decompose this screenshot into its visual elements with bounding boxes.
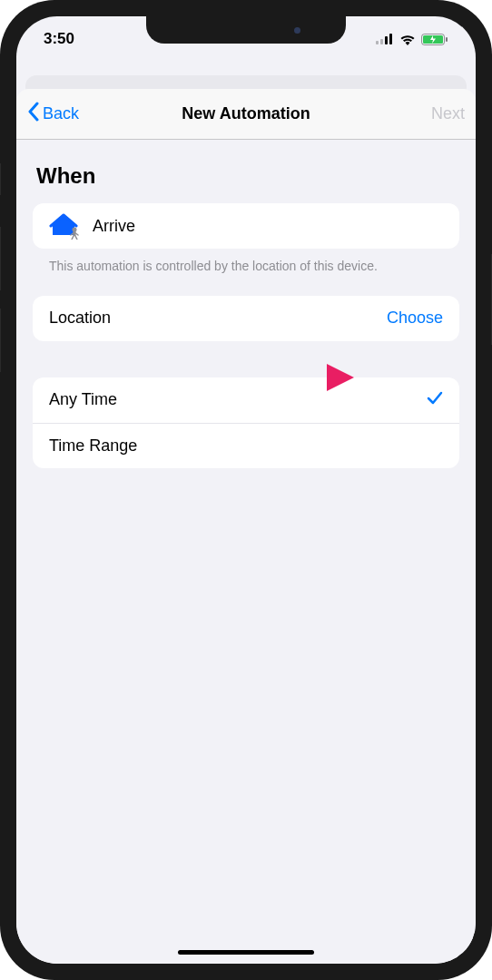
notch: [146, 16, 346, 44]
back-label: Back: [43, 104, 79, 123]
status-icons: [376, 34, 448, 45]
content-area: When: [16, 140, 476, 485]
spacer: [33, 341, 459, 377]
home-indicator[interactable]: [178, 950, 314, 955]
any-time-row[interactable]: Any Time: [33, 377, 459, 423]
chevron-left-icon: [27, 102, 39, 126]
svg-line-11: [72, 236, 74, 240]
svg-rect-2: [385, 36, 388, 44]
checkmark-icon: [427, 389, 443, 410]
battery-charging-icon: [421, 34, 448, 45]
when-section-title: When: [33, 156, 459, 203]
svg-line-12: [75, 236, 77, 240]
svg-rect-1: [380, 39, 383, 44]
arrive-home-icon: [49, 212, 80, 240]
arrive-label: Arrive: [93, 217, 443, 236]
screen: 3:50: [16, 16, 476, 964]
location-row[interactable]: Location Choose: [33, 296, 459, 341]
any-time-label: Any Time: [49, 390, 427, 409]
choose-location-action[interactable]: Choose: [387, 309, 443, 328]
camera-dot: [294, 27, 300, 34]
time-range-row[interactable]: Time Range: [33, 423, 459, 468]
main-card: Back New Automation Next When: [16, 89, 476, 964]
svg-rect-3: [389, 34, 392, 44]
volume-up-button: [0, 227, 1, 290]
cellular-signal-icon: [376, 34, 394, 44]
svg-rect-0: [376, 41, 379, 44]
back-button[interactable]: Back: [27, 102, 100, 126]
page-title: New Automation: [182, 104, 310, 123]
location-group: Location Choose: [33, 296, 459, 341]
time-range-label: Time Range: [49, 436, 443, 456]
phone-frame: 3:50: [0, 0, 492, 980]
svg-rect-6: [446, 37, 448, 42]
wifi-icon: [399, 34, 416, 45]
navigation-bar: Back New Automation Next: [16, 89, 476, 140]
next-button[interactable]: Next: [392, 104, 465, 123]
silence-switch: [0, 163, 1, 195]
trigger-group: Arrive: [33, 203, 459, 249]
time-options-group: Any Time Time Range: [33, 377, 459, 468]
status-time: 3:50: [44, 30, 74, 48]
volume-down-button: [0, 309, 1, 372]
location-footnote: This automation is controlled by the loc…: [33, 249, 459, 296]
arrive-row[interactable]: Arrive: [33, 203, 459, 249]
svg-point-7: [73, 228, 77, 232]
location-label: Location: [49, 309, 387, 328]
